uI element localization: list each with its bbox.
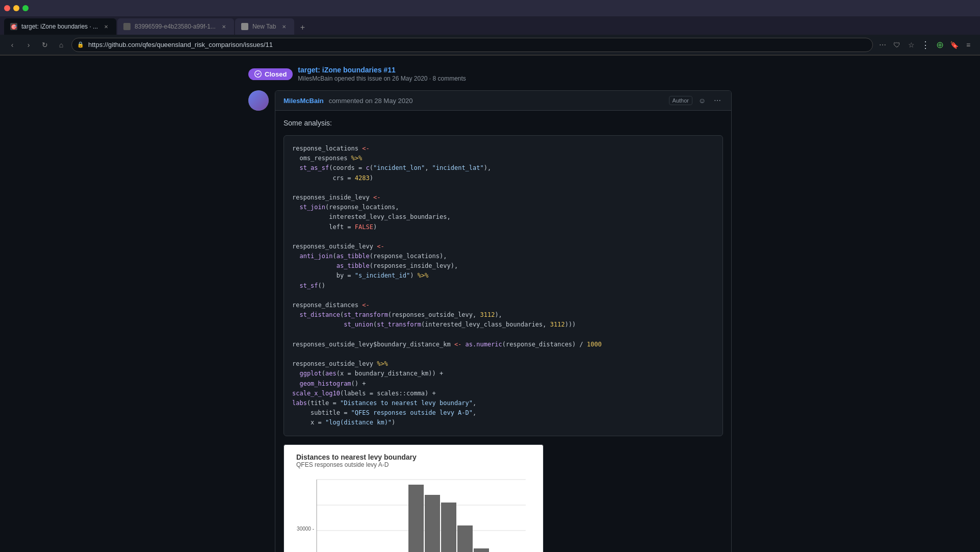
tab-3[interactable]: New Tab ✕: [235, 18, 294, 35]
issue-header: Closed target: iZone boundaries #11 Mile…: [240, 66, 740, 82]
tab-1[interactable]: 🎯 target: iZone boundaries · ... ✕: [4, 18, 116, 35]
extensions-icon[interactable]: ⊕: [934, 39, 945, 51]
more-options-button[interactable]: ⋯: [712, 95, 723, 106]
shield-icon[interactable]: 🛡: [891, 39, 902, 51]
window-close-button[interactable]: [4, 5, 10, 11]
author-badge: Author: [669, 96, 692, 105]
security-lock-icon: 🔒: [77, 41, 84, 48]
chart-subtitle: QFES responses outside levy A-D: [296, 461, 531, 468]
new-tab-button[interactable]: +: [295, 20, 310, 35]
home-button[interactable]: ⌂: [55, 39, 67, 51]
bar-9: [441, 503, 456, 552]
window-minimize-button[interactable]: [13, 5, 19, 11]
avatar: [248, 90, 269, 111]
comment-box: MilesMcBain commented on 28 May 2020 Aut…: [275, 90, 732, 552]
toolbar-right: ⋯ 🛡 ☆ ⋮ ⊕ 🔖 ≡: [877, 39, 974, 51]
issue-author: MilesMcBain: [298, 75, 332, 82]
tab-close-2[interactable]: ✕: [220, 22, 228, 31]
bar-10: [457, 525, 473, 552]
comment-intro: Some analysis:: [283, 119, 723, 127]
tab-close-3[interactable]: ✕: [280, 22, 288, 31]
tab-title-1: target: iZone boundaries · ...: [21, 23, 98, 30]
issue-title: target: iZone boundaries #11: [298, 66, 466, 74]
comment-date: commented on 28 May 2020: [329, 97, 413, 105]
tab-favicon-3: [241, 23, 248, 30]
chart-container: Distances to nearest levy boundary QFES …: [283, 444, 544, 552]
comment-header: MilesMcBain commented on 28 May 2020 Aut…: [275, 91, 731, 111]
tab-close-1[interactable]: ✕: [102, 22, 110, 31]
comment-author[interactable]: MilesMcBain: [283, 97, 324, 105]
comment-wrapper: MilesMcBain commented on 28 May 2020 Aut…: [240, 90, 740, 552]
sync-icon[interactable]: 🔖: [948, 39, 960, 51]
issue-status-badge: Closed: [248, 68, 293, 80]
closed-icon: [254, 70, 262, 78]
tab-favicon-1: 🎯: [10, 23, 17, 30]
bar-8: [425, 495, 440, 552]
reaction-button[interactable]: ☺: [697, 95, 708, 106]
comment-body: Some analysis: response_locations <- oms…: [275, 111, 731, 552]
chart-svg: 30000 - 0.1 1: [296, 474, 531, 552]
menu-icon[interactable]: ≡: [963, 39, 974, 51]
tab-title-2: 83996599-e4b23580-a99f-1...: [135, 23, 216, 30]
tab-favicon-2: [123, 23, 131, 30]
y-axis-label: 30000 -: [297, 526, 314, 532]
address-bar: ‹ › ↻ ⌂ 🔒 https://github.com/qfes/queens…: [0, 35, 980, 55]
back-button[interactable]: ‹: [6, 39, 18, 51]
code-block: response_locations <- oms_responses %>% …: [283, 135, 723, 436]
comment-header-left: MilesMcBain commented on 28 May 2020: [283, 96, 412, 105]
issue-meta: MilesMcBain opened this issue on 26 May …: [298, 75, 466, 82]
avatar-image: [248, 90, 269, 111]
bar-11: [474, 548, 489, 552]
title-bar: [0, 0, 980, 16]
page-content: Closed target: iZone boundaries #11 Mile…: [0, 56, 980, 552]
closed-label: Closed: [265, 70, 287, 78]
issue-comments-count: 8 comments: [433, 75, 466, 82]
bookmark-star-icon[interactable]: ☆: [906, 39, 917, 51]
issue-container: Closed target: iZone boundaries #11 Mile…: [240, 66, 740, 552]
code-content: response_locations <- oms_responses %>% …: [292, 144, 714, 428]
extensions-button[interactable]: ⋯: [877, 39, 888, 51]
window-maximize-button[interactable]: [22, 5, 29, 11]
forward-button[interactable]: ›: [22, 39, 35, 51]
issue-title-text: target: iZone boundaries #11: [298, 66, 395, 74]
chart-title: Distances to nearest levy boundary: [296, 453, 531, 461]
address-input[interactable]: 🔒 https://github.com/qfes/queensland_ris…: [71, 38, 873, 52]
overflow-menu-button[interactable]: ⋮: [920, 39, 931, 51]
window-controls: [4, 5, 29, 11]
url-text: https://github.com/qfes/queensland_risk_…: [88, 41, 273, 48]
issue-title-area: target: iZone boundaries #11 MilesMcBain…: [298, 66, 466, 82]
browser-chrome: 🎯 target: iZone boundaries · ... ✕ 83996…: [0, 0, 980, 56]
tab-title-3: New Tab: [252, 23, 276, 30]
issue-opened-text: opened this issue on 26 May 2020 ·: [334, 75, 433, 82]
tab-bar: 🎯 target: iZone boundaries · ... ✕ 83996…: [0, 16, 980, 35]
bar-7: [408, 485, 424, 552]
reload-button[interactable]: ↻: [39, 39, 51, 51]
comment-actions: Author ☺ ⋯: [669, 95, 723, 106]
chart-area: 30000 - 0.1 1: [296, 474, 531, 552]
tab-2[interactable]: 83996599-e4b23580-a99f-1... ✕: [117, 18, 234, 35]
